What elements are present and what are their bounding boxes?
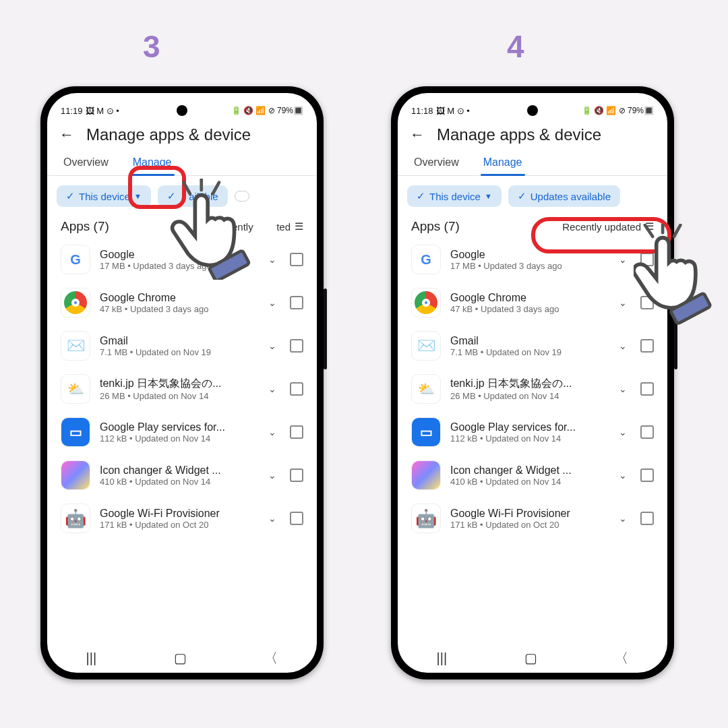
chevron-down-icon[interactable]: ⌄ <box>615 340 631 351</box>
app-name: Google Play services for... <box>100 421 255 433</box>
checkbox[interactable] <box>640 425 654 439</box>
app-row[interactable]: Google Chrome47 kB • Updated 3 days ago⌄ <box>398 281 667 324</box>
checkbox[interactable] <box>290 512 303 525</box>
app-name: Google Chrome <box>450 292 605 304</box>
app-name: Google Wi-Fi Provisioner <box>450 508 605 520</box>
app-name: Google <box>450 249 605 261</box>
app-row[interactable]: Google Chrome47 kB • Updated 3 days ago⌄ <box>47 281 317 324</box>
tab-manage[interactable]: Manage <box>130 151 175 175</box>
app-row[interactable]: Icon changer & Widget ...410 kB • Update… <box>47 454 317 497</box>
checkbox[interactable] <box>640 512 654 525</box>
app-row[interactable]: ✉️Gmail7.1 MB • Updated on Nov 19⌄ <box>47 324 317 367</box>
chevron-down-icon[interactable]: ⌄ <box>264 427 280 437</box>
back-arrow-icon[interactable]: ← <box>410 126 425 144</box>
chevron-down-icon[interactable]: ⌄ <box>615 427 631 437</box>
sort-button[interactable]: Recently updated ☰ <box>562 220 654 233</box>
app-row[interactable]: Icon changer & Widget ...410 kB • Update… <box>398 454 667 497</box>
camera-notch <box>527 105 538 116</box>
checkbox[interactable] <box>290 253 303 266</box>
app-name: Gmail <box>100 335 255 347</box>
app-subtext: 17 MB • Updated 3 days ago <box>100 261 255 271</box>
chip-this-device[interactable]: ✓ This device ▼ <box>57 185 151 207</box>
nav-back-icon[interactable]: 〈 <box>615 649 628 667</box>
chip-this-device[interactable]: ✓ This device ▼ <box>407 185 502 207</box>
chevron-down-icon[interactable]: ⌄ <box>615 470 631 481</box>
step-number-4: 4 <box>507 28 524 65</box>
back-arrow-icon[interactable]: ← <box>59 126 74 144</box>
check-icon: ✓ <box>66 190 75 202</box>
sort-label-partial-1: Recently <box>214 221 253 233</box>
app-icon <box>61 288 90 317</box>
app-icon: ▭ <box>61 417 90 447</box>
chevron-down-icon[interactable]: ⌄ <box>264 297 280 308</box>
check-icon: ✓ <box>167 190 176 202</box>
page-title: Manage apps & device <box>437 125 601 144</box>
app-icon: ▭ <box>411 417 441 447</box>
nav-recents-icon[interactable]: ||| <box>86 650 97 666</box>
app-row[interactable]: 🤖Google Wi-Fi Provisioner171 kB • Update… <box>398 497 667 540</box>
checkbox[interactable] <box>640 382 654 396</box>
status-time: 11:19 <box>61 106 83 116</box>
checkbox[interactable] <box>640 296 654 309</box>
checkbox[interactable] <box>640 253 654 266</box>
checkbox[interactable] <box>290 382 303 396</box>
chevron-down-icon[interactable]: ⌄ <box>615 513 631 524</box>
chevron-down-icon[interactable]: ⌄ <box>264 384 280 394</box>
app-row[interactable]: 🤖Google Wi-Fi Provisioner171 kB • Update… <box>47 497 317 540</box>
chevron-down-icon[interactable]: ⌄ <box>264 513 280 524</box>
apps-list-3: GGoogle17 MB • Updated 3 days ago⌄Google… <box>47 238 317 540</box>
app-subtext: 410 kB • Updated on Nov 14 <box>450 477 605 487</box>
checkbox[interactable] <box>290 468 303 482</box>
nav-recents-icon[interactable]: ||| <box>437 650 448 666</box>
camera-notch <box>177 105 187 116</box>
chevron-down-icon[interactable]: ⌄ <box>264 340 280 351</box>
chevron-down-icon[interactable]: ⌄ <box>264 470 280 481</box>
tab-overview[interactable]: Overview <box>411 151 462 175</box>
chip-extra[interactable] <box>235 191 249 202</box>
chevron-down-icon[interactable]: ⌄ <box>615 254 631 265</box>
app-name: tenki.jp 日本気象協会の... <box>100 377 255 391</box>
app-subtext: 112 kB • Updated on Nov 14 <box>100 433 255 444</box>
nav-bar: ||| ▢ 〈 <box>47 643 317 673</box>
checkbox[interactable] <box>290 296 303 309</box>
chevron-down-icon: ▼ <box>485 192 492 200</box>
chip-updates-available[interactable]: ✓ Updates available <box>508 185 620 207</box>
sort-label: Recently updated <box>562 221 641 233</box>
app-row[interactable]: GGoogle17 MB • Updated 3 days ago⌄ <box>398 238 667 281</box>
app-row[interactable]: ⛅tenki.jp 日本気象協会の...26 MB • Updated on N… <box>47 367 317 411</box>
nav-home-icon[interactable]: ▢ <box>524 650 537 666</box>
app-icon <box>61 460 90 490</box>
app-subtext: 171 kB • Updated on Oct 20 <box>450 520 605 530</box>
apps-count: Apps (7) <box>61 219 109 234</box>
sort-button[interactable]: Recently xxx ted ☰ <box>214 220 303 233</box>
app-row[interactable]: ⛅tenki.jp 日本気象協会の...26 MB • Updated on N… <box>398 367 667 411</box>
checkbox[interactable] <box>290 425 303 439</box>
app-subtext: 7.1 MB • Updated on Nov 19 <box>450 347 605 357</box>
tab-manage[interactable]: Manage <box>481 151 525 175</box>
app-row[interactable]: ▭Google Play services for...112 kB • Upd… <box>47 411 317 454</box>
chevron-down-icon: ▼ <box>134 192 142 200</box>
chip-updates-available[interactable]: ✓ x ailable <box>158 185 228 207</box>
sort-label-partial-2: ted <box>276 221 291 233</box>
app-row[interactable]: GGoogle17 MB • Updated 3 days ago⌄ <box>47 238 317 281</box>
chevron-down-icon[interactable]: ⌄ <box>615 384 631 394</box>
status-right-icons: 🔋 🔇 📶 ⊘ 79%🔳 <box>231 106 303 115</box>
page-title: Manage apps & device <box>86 125 251 144</box>
app-icon <box>411 460 441 490</box>
app-name: Google Chrome <box>100 292 255 304</box>
checkbox[interactable] <box>640 468 654 482</box>
check-icon: ✓ <box>417 190 425 202</box>
app-subtext: 47 kB • Updated 3 days ago <box>450 304 605 314</box>
app-name: Google <box>100 249 255 261</box>
app-row[interactable]: ✉️Gmail7.1 MB • Updated on Nov 19⌄ <box>398 324 667 367</box>
nav-back-icon[interactable]: 〈 <box>264 649 278 667</box>
chevron-down-icon[interactable]: ⌄ <box>264 254 280 265</box>
checkbox[interactable] <box>640 339 654 353</box>
chevron-down-icon[interactable]: ⌄ <box>615 297 631 308</box>
app-row[interactable]: ▭Google Play services for...112 kB • Upd… <box>398 411 667 454</box>
nav-home-icon[interactable]: ▢ <box>174 650 187 666</box>
tabs: Overview Manage <box>47 148 317 176</box>
tab-overview[interactable]: Overview <box>61 151 111 175</box>
checkbox[interactable] <box>290 339 303 353</box>
app-subtext: 410 kB • Updated on Nov 14 <box>100 477 255 487</box>
